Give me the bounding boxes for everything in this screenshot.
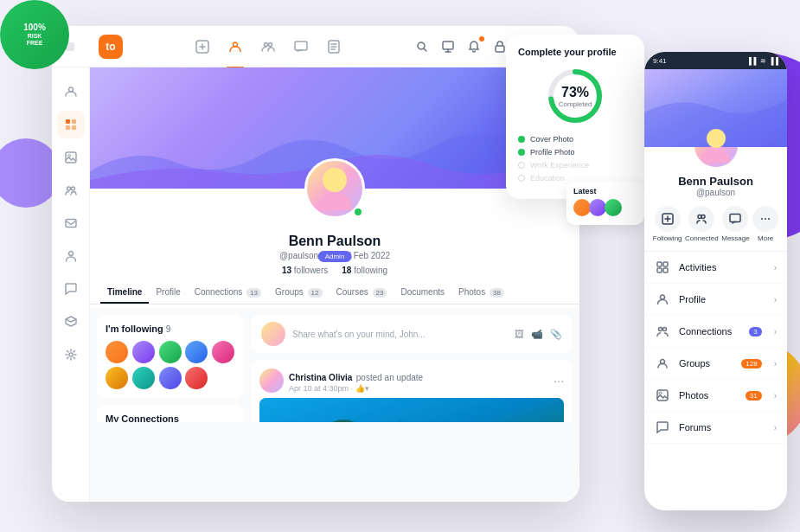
progress-dot-done xyxy=(518,136,525,143)
phone-action-connected[interactable]: Connected xyxy=(685,206,719,242)
phone-action-following[interactable]: Following xyxy=(653,206,682,242)
sidebar-icon-settings[interactable] xyxy=(57,341,85,369)
sidebar-icon-courses[interactable] xyxy=(57,308,85,336)
progress-card: Complete your profile 73% Completed Cove… xyxy=(506,35,644,199)
latest-avatar[interactable] xyxy=(589,199,606,216)
svg-point-3 xyxy=(268,42,272,46)
connections-widget: My Connections NEWEST ACTIVE POPULAR Mil… xyxy=(97,405,244,422)
chevron-icon: › xyxy=(774,359,777,369)
tab-courses[interactable]: Courses 23 xyxy=(330,282,394,304)
following-avatar[interactable] xyxy=(106,367,128,389)
tab-groups[interactable]: Groups 12 xyxy=(268,282,329,304)
progress-completed-label: Completed xyxy=(559,100,592,108)
chevron-icon: › xyxy=(774,391,777,401)
tab-profile[interactable]: Profile xyxy=(149,282,187,304)
following-avatar[interactable] xyxy=(159,367,182,389)
followers-stat: 13 followers xyxy=(282,266,328,275)
app-logo[interactable]: to xyxy=(99,35,123,59)
sidebar-icon-email[interactable] xyxy=(57,209,85,237)
sidebar-icon-chat[interactable] xyxy=(57,275,85,303)
sidebar-icon-gallery[interactable] xyxy=(57,144,85,171)
photo-post-icon[interactable]: 🖼 xyxy=(515,329,524,340)
svg-point-40 xyxy=(663,328,667,331)
phone-menu-photos[interactable]: Photos 31 › xyxy=(644,380,787,412)
post-more-button[interactable]: ··· xyxy=(554,374,564,388)
nav-add[interactable] xyxy=(193,37,212,56)
tablet-device: to xyxy=(52,26,579,502)
connections-title: My Connections xyxy=(106,413,235,422)
nav-connections[interactable] xyxy=(259,37,278,56)
tab-photos[interactable]: Photos 38 xyxy=(451,282,511,304)
following-avatar[interactable] xyxy=(212,341,234,363)
phone-menu-groups[interactable]: Groups 128 › xyxy=(644,348,787,380)
tab-connections[interactable]: Connections 13 xyxy=(188,282,268,304)
photos-badge: 31 xyxy=(746,391,762,401)
feed-column: Share what's on your mind, John... 🖼 📹 📎 xyxy=(251,315,573,415)
following-avatar[interactable] xyxy=(185,341,208,363)
groups-menu-icon xyxy=(655,356,670,371)
following-avatar[interactable] xyxy=(159,341,182,363)
nav-tasks[interactable] xyxy=(324,37,343,56)
search-icon[interactable] xyxy=(413,38,431,55)
connected-action-label: Connected xyxy=(685,234,719,242)
phone-profile-avatar[interactable] xyxy=(692,121,740,170)
tab-timeline[interactable]: Timeline xyxy=(100,282,149,304)
progress-item-profile: Profile Photo xyxy=(518,148,632,157)
post-image xyxy=(259,398,564,422)
tablet-body: Admin f t ▶ Benn Paulson @paulson · Join… xyxy=(52,67,579,502)
following-avatars xyxy=(106,341,235,389)
video-post-icon[interactable]: 📹 xyxy=(531,329,543,340)
following-avatar[interactable] xyxy=(185,367,208,389)
latest-avatar[interactable] xyxy=(605,199,622,216)
nav-messages[interactable] xyxy=(291,37,310,56)
latest-label: Latest xyxy=(573,187,637,195)
post-author-avatar[interactable] xyxy=(259,369,284,393)
monitor-icon[interactable] xyxy=(439,38,457,55)
more-icon-wrap xyxy=(752,206,778,232)
topbar: to xyxy=(52,26,579,67)
following-avatar[interactable] xyxy=(106,341,128,363)
phone-menu-connections[interactable]: Connections 3 › xyxy=(644,316,787,348)
svg-point-31 xyxy=(761,218,763,220)
nav-profile[interactable] xyxy=(226,37,245,56)
phone-menu-profile[interactable]: Profile › xyxy=(644,284,787,316)
risk-free-badge: 100% RISK FREE xyxy=(0,0,69,69)
sidebar-icon-timeline[interactable] xyxy=(57,111,85,138)
phone-menu-activities[interactable]: Activities › xyxy=(644,252,787,284)
svg-point-43 xyxy=(659,392,662,394)
following-avatar[interactable] xyxy=(132,367,155,389)
phone-menu-forums[interactable]: Forums › xyxy=(644,412,787,444)
svg-rect-13 xyxy=(72,125,76,130)
connections-menu-label: Connections xyxy=(679,326,740,337)
svg-point-26 xyxy=(707,129,726,148)
phone-action-message[interactable]: Message xyxy=(721,206,749,242)
svg-rect-11 xyxy=(72,119,76,124)
post-input-actions: 🖼 📹 📎 xyxy=(515,329,562,340)
phone-status-bar: 9:41 ▌▌ ≋ ▐▐ xyxy=(644,52,787,69)
sidebar-icon-profile[interactable] xyxy=(57,78,85,106)
phone-action-more[interactable]: More xyxy=(752,206,778,242)
svg-point-15 xyxy=(67,155,70,157)
sidebar-icon-connections[interactable] xyxy=(57,176,85,204)
notifications-icon[interactable] xyxy=(465,38,483,55)
following-avatar[interactable] xyxy=(132,341,155,363)
svg-rect-36 xyxy=(657,268,662,272)
svg-rect-12 xyxy=(66,125,70,130)
attach-post-icon[interactable]: 📎 xyxy=(550,329,562,340)
svg-rect-42 xyxy=(657,390,668,401)
message-icon-wrap xyxy=(722,206,748,232)
sidebar-icon-people[interactable] xyxy=(57,242,85,270)
progress-number: 73% xyxy=(559,85,592,100)
progress-card-title: Complete your profile xyxy=(518,47,632,57)
svg-rect-14 xyxy=(66,152,76,163)
svg-rect-4 xyxy=(295,42,307,50)
following-title: I'm following 9 xyxy=(106,324,235,334)
post-placeholder[interactable]: Share what's on your mind, John... xyxy=(292,330,508,339)
latest-avatar[interactable] xyxy=(573,199,591,216)
progress-ring-wrapper: 73% Completed xyxy=(518,66,632,126)
tab-documents[interactable]: Documents xyxy=(394,282,451,304)
phone-time: 9:41 xyxy=(653,57,667,65)
svg-point-17 xyxy=(71,187,74,190)
forums-menu-icon xyxy=(655,420,670,435)
profile-avatar-wrapper: Admin xyxy=(304,158,365,219)
